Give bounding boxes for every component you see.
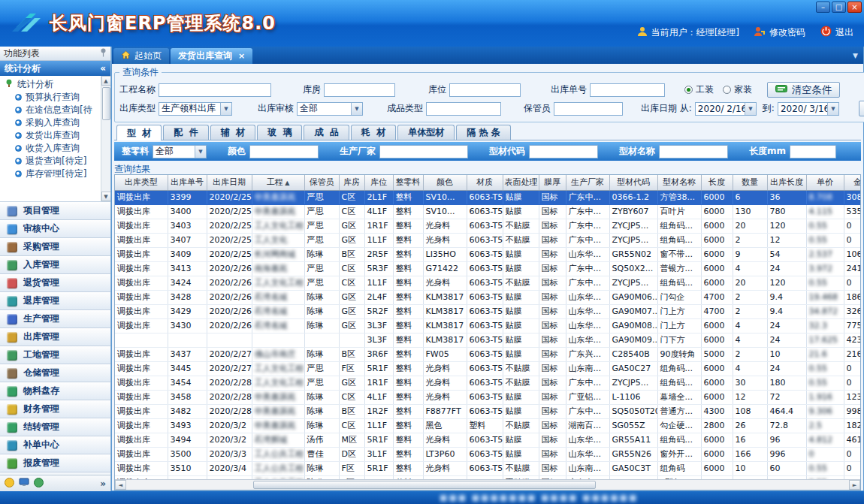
scroll-up-icon[interactable]: ▲ <box>101 76 111 86</box>
material-tab[interactable]: 耗 材 <box>351 125 396 140</box>
project-name-input[interactable] <box>159 83 271 97</box>
material-tab[interactable]: 配 件 <box>163 125 208 140</box>
material-tab[interactable]: 玻 璃 <box>257 125 302 140</box>
sidebar-module-item[interactable]: 退货管理 <box>0 274 110 292</box>
sidebar-module-item[interactable]: 入库管理 <box>0 256 110 274</box>
column-header[interactable]: 工程 ▲ <box>252 175 304 190</box>
table-row[interactable]: 调拨出库34242020/2/26工人文化工程严思C区1L1F整料光身料6063… <box>115 276 860 290</box>
column-header[interactable]: 型材名称 <box>657 175 701 190</box>
scroll-right-icon[interactable]: ► <box>849 480 860 490</box>
column-header[interactable]: 颜色 <box>423 175 467 190</box>
material-tab[interactable]: 单体型材 <box>397 125 455 140</box>
column-header[interactable]: 金额 <box>844 175 860 190</box>
table-row[interactable]: 调拨出库34002020/2/25华美嘉源苑严思C区4L1F整料SV10...6… <box>115 204 860 219</box>
logout-button[interactable]: 退出 <box>820 26 853 39</box>
column-header[interactable]: 长度 <box>701 175 733 190</box>
chevrons-right-icon[interactable]: » <box>100 478 106 489</box>
scroll-down-icon[interactable]: ▼ <box>101 192 111 201</box>
material-tab[interactable]: 辅 材 <box>210 125 255 140</box>
column-header[interactable]: 材质 <box>467 175 503 190</box>
column-header[interactable]: 出库长度 <box>767 175 806 190</box>
sidebar-module-item[interactable]: 生产管理 <box>0 310 110 328</box>
radio-work[interactable] <box>684 86 693 94</box>
date-to-select[interactable]: 2020/ 3/16 ▼ <box>778 102 839 116</box>
radio-home[interactable] <box>723 86 731 94</box>
sidebar-module-item[interactable]: 结转管理 <box>0 418 110 436</box>
radio-home-label[interactable]: 家装 <box>734 83 752 96</box>
table-row[interactable]: 调拨出库34292020/2/26石湾名城陈琳G区5R2F整料KLM381760… <box>115 304 860 318</box>
scroll-left-icon[interactable]: ◄ <box>115 480 126 490</box>
clear-conditions-button[interactable]: 清空条件 <box>767 82 840 98</box>
table-row[interactable]: 调拨出库34092020/2/25长河网商城陈琳B区2R5F整料LI35HO60… <box>115 247 860 261</box>
pin-icon[interactable] <box>100 48 107 59</box>
audit-select[interactable]: 全部 ▼ <box>297 102 363 116</box>
sidebar-module-item[interactable]: 项目管理 <box>0 202 110 220</box>
tab-close-icon[interactable]: × <box>238 51 245 61</box>
table-row[interactable]: 3L3F整料KLM38176063-T5贴膜国标山东华...GA90M09...… <box>115 333 860 347</box>
sidebar-module-item[interactable]: 退库管理 <box>0 292 110 310</box>
table-row[interactable]: 调拨出库34542020/2/28工人文化工程严思G区1R1F整料光身料6063… <box>115 376 860 390</box>
sidebar-module-item[interactable]: 工地管理 <box>0 346 110 364</box>
table-row[interactable]: 调拨出库34282020/2/26石湾名城陈琳G区2L4F整料KLM381760… <box>115 290 860 304</box>
column-header[interactable]: 型材代码 <box>609 175 657 190</box>
tree-item[interactable]: 退货查询[待定] <box>5 155 100 167</box>
table-row[interactable]: 调拨出库34132020/2/26南海嘉苑严思C区5R3F整料G71422606… <box>115 261 860 276</box>
column-header[interactable]: 出库单号 <box>168 175 207 190</box>
section-header-statistics[interactable]: 统计分析 « <box>0 61 110 76</box>
tree-item[interactable]: 发货出库查询 <box>5 129 100 142</box>
chevron-down-icon[interactable]: ▼ <box>827 103 838 115</box>
date-from-select[interactable]: 2020/ 2/16 ▼ <box>695 102 757 116</box>
warehouse-input[interactable] <box>324 83 395 97</box>
product-type-input[interactable] <box>426 102 501 116</box>
table-row[interactable]: 调拨出库34452020/2/27工人文化工程严思F区5R1F整料光身料6063… <box>115 361 860 376</box>
sidebar-module-item[interactable]: 仓储管理 <box>0 364 110 382</box>
sidebar-module-item[interactable]: 补单中心 <box>0 436 110 454</box>
tab-shipping-outbound-query[interactable]: 发货出库查询 × <box>171 48 252 64</box>
sidebar-module-item[interactable]: 采购管理 <box>0 238 110 256</box>
sidebar-module-item[interactable]: 出库管理 <box>0 328 110 346</box>
column-header[interactable]: 生产厂家 <box>566 175 609 190</box>
keeper-input[interactable] <box>554 102 623 116</box>
column-header[interactable]: 整零料 <box>393 175 423 190</box>
close-button[interactable]: × <box>847 2 862 13</box>
column-header[interactable]: 出库类型 <box>115 175 168 190</box>
monitor-icon[interactable] <box>19 478 29 489</box>
table-row[interactable]: 调拨出库34932020/3/2华美嘉源苑陈琳C区1L1F整料黑色塑料不贴膜国标… <box>115 418 860 433</box>
search-button[interactable]: 查 询 <box>859 101 864 116</box>
column-header[interactable]: 库位 <box>364 175 393 190</box>
sidebar-module-item[interactable]: 物料盘存 <box>0 382 110 400</box>
material-tab[interactable]: 型 材 <box>116 125 162 140</box>
profile-code-input[interactable] <box>529 145 598 158</box>
smiley-icon[interactable] <box>5 478 14 490</box>
order-no-input[interactable] <box>590 83 665 97</box>
sidebar-module-item[interactable]: 财务管理 <box>0 400 110 418</box>
scrollbar-thumb[interactable] <box>102 87 110 120</box>
sidebar-module-item[interactable]: 报废管理 <box>0 454 110 472</box>
outbound-type-select[interactable]: 生产领料出库 ▼ <box>159 102 232 116</box>
tree-item[interactable]: 库存管理[待定] <box>5 167 100 180</box>
scrollbar-thumb[interactable] <box>253 481 596 489</box>
length-input[interactable] <box>790 145 836 158</box>
table-row[interactable]: 调拨出库34302020/2/26石湾名城陈琳G区3L3F整料KLM381760… <box>115 318 860 333</box>
tree-item[interactable]: 预算执行查询 <box>5 91 100 104</box>
table-row[interactable]: 调拨出库34032020/2/25工人文化工程严思G区1R1F整料光身料6063… <box>115 219 860 233</box>
column-header[interactable]: 库房 <box>339 175 364 190</box>
chevron-down-icon[interactable]: ▼ <box>745 103 756 115</box>
chevron-down-icon[interactable]: ▼ <box>220 103 231 115</box>
location-input[interactable] <box>449 83 521 97</box>
column-header[interactable]: 膜厚 <box>539 175 566 190</box>
radio-work-label[interactable]: 工装 <box>696 83 714 96</box>
tree-root[interactable]: 统计分析 <box>5 78 100 91</box>
whole-part-select[interactable]: 全部 ▼ <box>153 145 207 158</box>
maximize-button[interactable]: □ <box>832 2 846 13</box>
tree-item[interactable]: 采购入库查询 <box>5 116 100 129</box>
table-row[interactable]: 调拨出库35002020/3/3工人公共工程曹佳D区3L1F整料LT3P6060… <box>115 447 860 461</box>
globe-icon[interactable] <box>34 478 44 490</box>
table-row[interactable]: 调拨出库35102020/3/4工人公共工程陈琳F区5R1F整料光身料6063-… <box>115 461 860 475</box>
column-header[interactable]: 出库日期 <box>207 175 252 190</box>
material-tab[interactable]: 成 品 <box>304 125 349 140</box>
table-row[interactable]: 调拨出库34942020/3/2石湾辉城汤伟M区5R1F整料光身料6063-T5… <box>115 433 860 447</box>
tab-home[interactable]: 起始页 <box>113 48 169 64</box>
material-tab[interactable]: 隔 热 条 <box>456 125 510 140</box>
column-header[interactable]: 数量 <box>733 175 767 190</box>
